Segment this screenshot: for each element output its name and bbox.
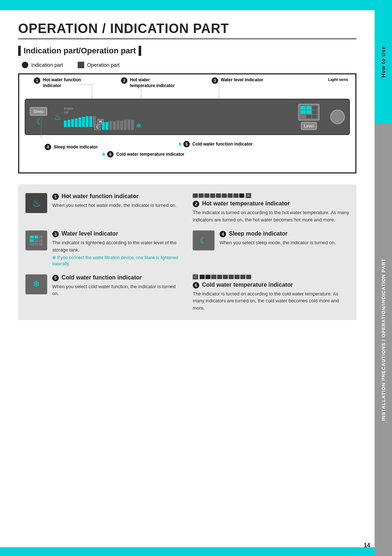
- info-item-6: C 6 Cold water temperature indicator: [193, 274, 349, 312]
- heading-bar-right: [139, 46, 141, 56]
- section-heading: Indication part/Operation part: [18, 46, 356, 56]
- info-title-3: 3 Water level indicator: [52, 230, 182, 237]
- info-text-4: 4 Sleep mode indicator When you select s…: [220, 230, 349, 246]
- legend-operation: Operation part: [78, 62, 120, 68]
- label-cold-water-fn-bottom: Cold water function indicator: [192, 142, 253, 147]
- info-num-5: 5: [52, 275, 59, 281]
- info-text-1: 1 Hot water function indicator When you …: [52, 193, 182, 209]
- info-item-2: H 2 Hot water temperature indicator The …: [193, 193, 349, 223]
- info-desc-6: The indicator is turned on according to …: [193, 290, 349, 312]
- label-cold-temp-wrapper: 6 Cold water temperature indicator: [103, 151, 184, 158]
- tab-installation[interactable]: INSTALLATION PRECAUTIONS / OPERATION/IND…: [375, 123, 392, 556]
- power-cut-label: Powercut: [64, 107, 103, 114]
- info-num-6: 6: [193, 282, 199, 289]
- water-level-display: [298, 104, 319, 120]
- info-item-3: 3 Water level indicator The indicator is…: [25, 230, 182, 267]
- info-num-4: 4: [220, 231, 226, 237]
- label-cold-water-temp-bottom: Cold water temperature indicator: [116, 152, 184, 157]
- page-title: OPERATION / INDICATION PART: [18, 21, 356, 36]
- info-section: ♨ 1 Hot water function indicator When yo…: [18, 184, 356, 320]
- legend-circle-icon: [22, 62, 28, 68]
- info-num-3: 3: [52, 231, 59, 237]
- info-note-3: ✻ If you connect the water filtration de…: [52, 255, 182, 267]
- section-heading-text: Indication part/Operation part: [24, 46, 136, 56]
- tab-how-to-use[interactable]: How to Use: [375, 0, 392, 123]
- legend-operation-label: Operation part: [87, 62, 120, 68]
- light-sensor: [330, 110, 345, 124]
- info-desc-4: When you select sleep mode, the indicato…: [220, 239, 349, 246]
- legend-indication-label: Indication part: [31, 62, 63, 68]
- info-desc-5: When you select cold water function, the…: [52, 283, 182, 297]
- sleep-button[interactable]: Sleep: [30, 107, 47, 116]
- label-water-level: Water level indicator: [221, 77, 263, 83]
- info-icon-3: [25, 230, 47, 250]
- info-desc-3: The indicator is lightened according to …: [52, 239, 182, 253]
- bottom-bar: [0, 547, 375, 556]
- cold-icon: ❄: [136, 122, 142, 130]
- info-text-5: 5 Cold water function indicator When you…: [52, 274, 182, 297]
- info-item-5: ❄ 5 Cold water function indicator When y…: [25, 274, 182, 312]
- info-num-1: 1: [52, 193, 59, 200]
- info-grid: ♨ 1 Hot water function indicator When yo…: [25, 193, 349, 311]
- info-title-1: 1 Hot water function indicator: [52, 193, 182, 200]
- info-text-3: 3 Water level indicator The indicator is…: [52, 230, 182, 267]
- sleep-icon: ☾: [36, 117, 44, 127]
- top-bar: [0, 0, 375, 10]
- main-content: OPERATION / INDICATION PART Indication p…: [0, 10, 375, 335]
- info-icon-5: ❄: [25, 274, 47, 294]
- label-hot-water-temp: Hot watertemperature indicator: [130, 77, 175, 89]
- info-item-1: ♨ 1 Hot water function indicator When yo…: [25, 193, 182, 223]
- display-panel: Sleep ☾ ♨ Powercut H: [25, 99, 350, 135]
- label-sleep-mode: Sleep mode indicator: [54, 144, 98, 150]
- cold-bars-row: C ❄: [94, 120, 142, 130]
- title-divider: [18, 38, 356, 39]
- right-tabs: How to Use INSTALLATION PRECAUTIONS / OP…: [375, 0, 392, 556]
- arrow-cold-fn: [179, 142, 182, 146]
- light-sens-label: Light sens: [328, 77, 348, 82]
- heading-bar-left: [18, 46, 21, 56]
- info-item-4: ☾ 4 Sleep mode indicator When you select…: [193, 230, 349, 267]
- info-title-2: 2 Hot water temperature indicator: [193, 200, 349, 207]
- legend-square-icon: [78, 62, 84, 68]
- water-level-section: Level: [295, 104, 323, 130]
- num-3: 3: [212, 77, 218, 84]
- panel-container: 1 Hot water functionindicator 2 Hot wate…: [18, 73, 356, 173]
- info-num-2: 2: [193, 201, 199, 207]
- tab-how-to-use-label: How to Use: [380, 46, 386, 77]
- info-desc-2: The indicator is turned on according to …: [193, 209, 349, 223]
- legend-indication: Indication part: [22, 62, 63, 68]
- info-title-4: 4 Sleep mode indicator: [220, 230, 349, 237]
- info-icon-4: ☾: [193, 230, 215, 250]
- num-4-bottom: 4: [45, 144, 51, 150]
- info-title-5: 5 Cold water function indicator: [52, 274, 182, 281]
- num-2: 2: [121, 77, 127, 84]
- num-6-bottom: 6: [107, 151, 114, 158]
- arrow-cold-temp: [103, 152, 106, 156]
- label-hot-water-fn: Hot water functionindicator: [43, 77, 81, 89]
- info-desc-1: When you select hot water mode, the indi…: [52, 202, 182, 209]
- num-1: 1: [34, 77, 40, 84]
- level-button[interactable]: Level: [301, 122, 317, 130]
- cold-temp-bar-visual: C: [193, 274, 349, 279]
- hot-water-icon: ♨: [54, 112, 62, 122]
- tab-installation-label: INSTALLATION PRECAUTIONS / OPERATION/IND…: [381, 258, 386, 421]
- info-icon-1: ♨: [25, 193, 47, 213]
- info-title-6: 6 Cold water temperature indicator: [193, 282, 349, 289]
- hot-temp-bar-visual: H: [193, 193, 349, 198]
- num-5-bottom: 5: [183, 141, 190, 147]
- legend-row: Indication part Operation part: [18, 62, 356, 68]
- label-cold-fn-wrapper: 5 Cold water function indicator: [179, 141, 253, 147]
- label-sleep-wrapper: 4 Sleep mode indicator: [45, 144, 98, 150]
